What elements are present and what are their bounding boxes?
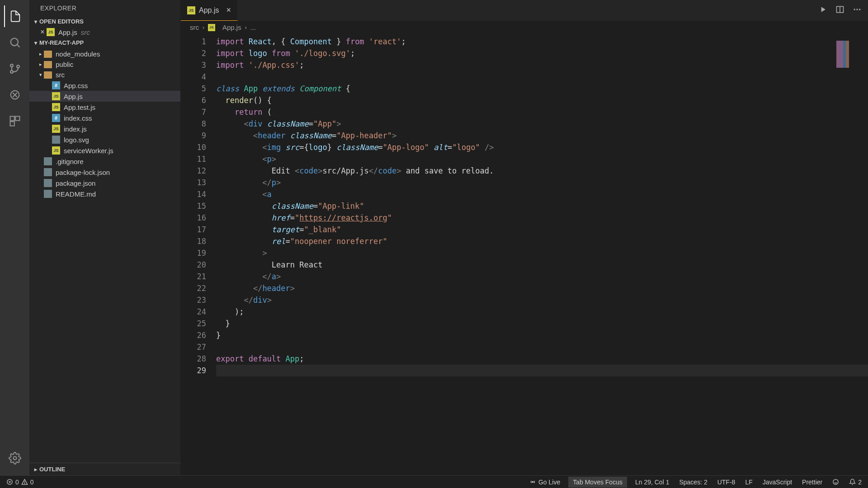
- file-item[interactable]: .gitignore: [29, 156, 180, 167]
- activity-search[interactable]: [4, 32, 26, 53]
- outline-header[interactable]: ▸ OUTLINE: [29, 463, 180, 475]
- status-spaces[interactable]: Spaces: 2: [677, 479, 709, 486]
- svg-point-16: [24, 483, 25, 484]
- folder-item[interactable]: ▸public: [29, 59, 180, 70]
- breadcrumb[interactable]: src › JS App.js › ...: [181, 21, 868, 34]
- status-tab-focus[interactable]: Tab Moves Focus: [568, 477, 627, 488]
- code-content[interactable]: import React, { Component } from 'react'…: [216, 34, 868, 475]
- editor-tab[interactable]: JS App.js ×: [181, 0, 238, 21]
- file-item[interactable]: package-lock.json: [29, 167, 180, 178]
- file-item[interactable]: JSApp.js: [29, 91, 180, 102]
- folder-icon: [44, 61, 52, 68]
- warning-icon: [21, 479, 28, 485]
- js-file-icon: JS: [47, 28, 55, 36]
- ellipsis-icon: [853, 5, 862, 14]
- js-file-icon: JS: [187, 6, 195, 14]
- js-file-icon: JS: [52, 103, 60, 111]
- svg-rect-7: [10, 122, 14, 126]
- tree-item-label: App.js: [64, 93, 83, 100]
- minimap[interactable]: [836, 41, 868, 68]
- chevron-icon: ▸: [38, 61, 44, 67]
- tree-item-label: package.json: [56, 179, 95, 187]
- gear-icon: [9, 452, 21, 465]
- tree-item-label: node_modules: [56, 50, 100, 58]
- tree-item-label: index.js: [64, 125, 87, 133]
- status-cursor[interactable]: Ln 29, Col 1: [633, 479, 671, 486]
- js-file-icon: JS: [52, 125, 60, 133]
- status-go-live[interactable]: Go Live: [528, 479, 562, 486]
- breadcrumb-part[interactable]: src: [190, 23, 199, 31]
- chevron-right-icon: ▸: [32, 466, 39, 473]
- tab-actions: [818, 0, 868, 21]
- folder-item[interactable]: ▸node_modules: [29, 49, 180, 59]
- svg-point-8: [13, 457, 16, 460]
- status-feedback[interactable]: [830, 479, 841, 485]
- branch-icon: [9, 62, 21, 75]
- file-item[interactable]: logo.svg: [29, 134, 180, 145]
- split-icon: [835, 5, 844, 14]
- explorer-sidebar: EXPLORER ▾ OPEN EDITORS × JS App.js src …: [29, 0, 181, 475]
- svg-rect-6: [15, 117, 19, 121]
- breadcrumb-part[interactable]: App.js: [222, 23, 241, 31]
- chevron-icon: ▸: [38, 51, 44, 57]
- code-editor[interactable]: 1234567891011121314151617181920212223242…: [181, 34, 868, 475]
- file-item[interactable]: #index.css: [29, 113, 180, 123]
- chevron-down-icon: ▾: [32, 40, 39, 46]
- bug-icon: [9, 89, 21, 101]
- project-header[interactable]: ▾ MY-REACT-APP: [29, 38, 180, 48]
- status-prettier[interactable]: Prettier: [800, 479, 824, 486]
- chevron-right-icon: ›: [245, 24, 247, 31]
- broadcast-icon: [529, 479, 536, 485]
- tab-label: App.js: [199, 6, 219, 14]
- smiley-icon: [832, 479, 839, 485]
- status-language[interactable]: JavaScript: [761, 479, 794, 486]
- file-item[interactable]: JSApp.test.js: [29, 102, 180, 113]
- file-item[interactable]: #App.css: [29, 80, 180, 91]
- svg-point-13: [859, 9, 860, 10]
- status-notifications[interactable]: 2: [847, 479, 863, 486]
- css-file-icon: #: [52, 81, 60, 89]
- tree-item-label: README.md: [56, 190, 96, 198]
- close-icon[interactable]: ×: [226, 5, 231, 15]
- activity-source-control[interactable]: [4, 58, 26, 80]
- activity-settings[interactable]: [4, 447, 26, 469]
- file-item[interactable]: JSserviceWorker.js: [29, 145, 180, 156]
- css-file-icon: #: [52, 114, 60, 122]
- file-item[interactable]: JSindex.js: [29, 123, 180, 134]
- close-icon[interactable]: ×: [38, 28, 47, 36]
- split-editor-button[interactable]: [835, 5, 844, 16]
- open-editor-item[interactable]: × JS App.js src: [29, 27, 180, 38]
- svg-point-11: [854, 9, 855, 10]
- open-editor-filename: App.js: [58, 28, 77, 36]
- more-actions-button[interactable]: [853, 5, 862, 16]
- activity-debug[interactable]: [4, 84, 26, 106]
- project-label: MY-REACT-APP: [39, 39, 84, 46]
- svg-point-0: [10, 38, 18, 46]
- folder-item[interactable]: ▾src: [29, 70, 180, 80]
- breadcrumb-part[interactable]: ...: [250, 23, 256, 31]
- status-encoding[interactable]: UTF-8: [716, 479, 737, 486]
- status-eol[interactable]: LF: [743, 479, 754, 486]
- file-item[interactable]: package.json: [29, 178, 180, 188]
- editor-area: JS App.js × src › JS App.js ›: [181, 0, 868, 475]
- svg-point-2: [10, 70, 13, 73]
- run-button[interactable]: [818, 5, 827, 16]
- open-editors-header[interactable]: ▾ OPEN EDITORS: [29, 16, 180, 27]
- chevron-icon: ▾: [38, 72, 44, 78]
- svg-point-18: [833, 479, 838, 484]
- error-icon: [6, 479, 13, 485]
- activity-explorer[interactable]: [4, 5, 26, 27]
- tree-item-label: index.css: [64, 114, 92, 122]
- open-editor-dir: src: [81, 28, 90, 36]
- svg-rect-5: [10, 117, 14, 121]
- svg-point-12: [856, 9, 858, 10]
- svg-point-3: [17, 65, 19, 68]
- js-file-icon: JS: [52, 146, 60, 155]
- status-bar: 0 0 Go Live Tab Moves Focus Ln 29, Col 1…: [0, 475, 868, 488]
- tree-item-label: .gitignore: [56, 158, 84, 165]
- file-item[interactable]: README.md: [29, 188, 180, 199]
- sidebar-title: EXPLORER: [29, 0, 180, 16]
- status-errors[interactable]: 0 0: [5, 479, 36, 486]
- activity-extensions[interactable]: [4, 110, 26, 132]
- file-icon: [52, 136, 60, 144]
